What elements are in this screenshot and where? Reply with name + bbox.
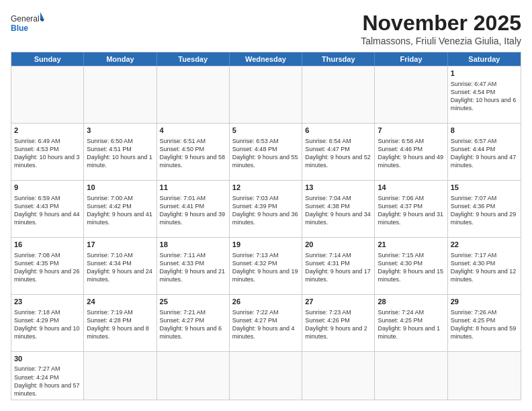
day-number: 26 (232, 297, 299, 307)
day-info: Sunrise: 6:53 AM Sunset: 4:48 PM Dayligh… (232, 138, 298, 169)
day-cell-4: 4Sunrise: 6:51 AM Sunset: 4:50 PM Daylig… (157, 124, 230, 180)
day-cell-11: 11Sunrise: 7:01 AM Sunset: 4:41 PM Dayli… (157, 181, 230, 237)
day-cell-9: 9Sunrise: 6:59 AM Sunset: 4:43 PM Daylig… (11, 181, 84, 237)
day-number: 14 (378, 183, 444, 193)
day-info: Sunrise: 7:06 AM Sunset: 4:37 PM Dayligh… (378, 195, 443, 226)
header-day-monday: Monday (84, 52, 157, 66)
day-cell-empty-5-1 (84, 352, 157, 400)
day-cell-19: 19Sunrise: 7:13 AM Sunset: 4:32 PM Dayli… (230, 238, 302, 294)
day-info: Sunrise: 7:00 AM Sunset: 4:42 PM Dayligh… (87, 195, 152, 226)
day-number: 3 (87, 126, 153, 136)
day-info: Sunrise: 6:51 AM Sunset: 4:50 PM Dayligh… (160, 138, 226, 169)
day-cell-empty-5-3 (230, 352, 302, 400)
title-block: November 2025 Talmassons, Friuli Venezia… (361, 11, 521, 46)
day-cell-26: 26Sunrise: 7:22 AM Sunset: 4:27 PM Dayli… (230, 295, 302, 351)
day-info: Sunrise: 7:01 AM Sunset: 4:41 PM Dayligh… (160, 195, 226, 226)
day-info: Sunrise: 7:22 AM Sunset: 4:27 PM Dayligh… (232, 309, 295, 340)
header-day-saturday: Saturday (448, 52, 521, 66)
day-cell-empty-5-4 (302, 352, 375, 400)
day-cell-27: 27Sunrise: 7:23 AM Sunset: 4:26 PM Dayli… (302, 295, 375, 351)
day-number: 4 (160, 126, 226, 136)
location: Talmassons, Friuli Venezia Giulia, Italy (361, 36, 521, 46)
day-number: 23 (14, 297, 81, 307)
day-cell-empty-0-1 (84, 66, 157, 123)
day-number: 24 (87, 297, 153, 307)
day-cell-empty-5-5 (375, 352, 447, 400)
day-info: Sunrise: 7:23 AM Sunset: 4:26 PM Dayligh… (305, 309, 367, 340)
day-cell-empty-0-2 (157, 66, 230, 123)
day-cell-24: 24Sunrise: 7:19 AM Sunset: 4:28 PM Dayli… (84, 295, 157, 351)
day-info: Sunrise: 7:10 AM Sunset: 4:34 PM Dayligh… (87, 252, 152, 283)
day-cell-22: 22Sunrise: 7:17 AM Sunset: 4:30 PM Dayli… (448, 238, 521, 294)
day-info: Sunrise: 7:19 AM Sunset: 4:28 PM Dayligh… (87, 309, 149, 340)
day-cell-empty-5-2 (157, 352, 230, 400)
svg-text:Blue: Blue (11, 24, 28, 33)
day-number: 7 (378, 126, 444, 136)
day-cell-10: 10Sunrise: 7:00 AM Sunset: 4:42 PM Dayli… (84, 181, 157, 237)
day-cell-7: 7Sunrise: 6:56 AM Sunset: 4:46 PM Daylig… (375, 124, 447, 180)
logo-svg: General Blue (11, 11, 44, 40)
day-cell-empty-0-4 (302, 66, 375, 123)
day-number: 19 (232, 240, 299, 250)
day-cell-18: 18Sunrise: 7:11 AM Sunset: 4:33 PM Dayli… (157, 238, 230, 294)
day-info: Sunrise: 6:47 AM Sunset: 4:54 PM Dayligh… (451, 81, 517, 111)
day-number: 10 (87, 183, 153, 193)
month-title: November 2025 (361, 11, 521, 36)
day-number: 16 (14, 240, 81, 250)
header-day-sunday: Sunday (11, 52, 84, 66)
day-number: 18 (160, 240, 226, 250)
header-day-thursday: Thursday (302, 52, 375, 66)
day-cell-empty-0-5 (375, 66, 447, 123)
day-number: 17 (87, 240, 153, 250)
calendar-body: 1Sunrise: 6:47 AM Sunset: 4:54 PM Daylig… (11, 66, 521, 400)
day-cell-25: 25Sunrise: 7:21 AM Sunset: 4:27 PM Dayli… (157, 295, 230, 351)
day-number: 15 (451, 183, 518, 193)
day-info: Sunrise: 7:15 AM Sunset: 4:30 PM Dayligh… (378, 252, 443, 283)
day-cell-29: 29Sunrise: 7:26 AM Sunset: 4:25 PM Dayli… (448, 295, 521, 351)
day-info: Sunrise: 7:26 AM Sunset: 4:25 PM Dayligh… (451, 309, 517, 340)
day-number: 2 (14, 126, 81, 136)
day-cell-3: 3Sunrise: 6:50 AM Sunset: 4:51 PM Daylig… (84, 124, 157, 180)
svg-text:General: General (11, 14, 40, 24)
day-number: 13 (305, 183, 371, 193)
day-cell-empty-5-6 (448, 352, 521, 400)
calendar-week-4: 23Sunrise: 7:18 AM Sunset: 4:29 PM Dayli… (11, 294, 521, 351)
day-cell-15: 15Sunrise: 7:07 AM Sunset: 4:36 PM Dayli… (448, 181, 521, 237)
day-cell-14: 14Sunrise: 7:06 AM Sunset: 4:37 PM Dayli… (375, 181, 447, 237)
day-info: Sunrise: 7:24 AM Sunset: 4:25 PM Dayligh… (378, 309, 440, 340)
day-cell-8: 8Sunrise: 6:57 AM Sunset: 4:44 PM Daylig… (448, 124, 521, 180)
header-day-tuesday: Tuesday (157, 52, 230, 66)
day-number: 5 (232, 126, 299, 136)
day-info: Sunrise: 7:08 AM Sunset: 4:35 PM Dayligh… (14, 252, 80, 283)
calendar-week-2: 9Sunrise: 6:59 AM Sunset: 4:43 PM Daylig… (11, 180, 521, 237)
day-cell-17: 17Sunrise: 7:10 AM Sunset: 4:34 PM Dayli… (84, 238, 157, 294)
calendar-week-3: 16Sunrise: 7:08 AM Sunset: 4:35 PM Dayli… (11, 237, 521, 294)
day-info: Sunrise: 7:13 AM Sunset: 4:32 PM Dayligh… (232, 252, 298, 283)
day-number: 21 (378, 240, 444, 250)
day-info: Sunrise: 7:27 AM Sunset: 4:24 PM Dayligh… (14, 365, 80, 396)
calendar-week-5: 30Sunrise: 7:27 AM Sunset: 4:24 PM Dayli… (11, 351, 521, 400)
day-number: 12 (232, 183, 299, 193)
day-info: Sunrise: 6:49 AM Sunset: 4:53 PM Dayligh… (14, 138, 80, 169)
calendar-header: SundayMondayTuesdayWednesdayThursdayFrid… (11, 52, 521, 66)
day-cell-23: 23Sunrise: 7:18 AM Sunset: 4:29 PM Dayli… (11, 295, 84, 351)
day-number: 28 (378, 297, 444, 307)
day-info: Sunrise: 7:17 AM Sunset: 4:30 PM Dayligh… (451, 252, 517, 283)
day-number: 6 (305, 126, 371, 136)
day-cell-2: 2Sunrise: 6:49 AM Sunset: 4:53 PM Daylig… (11, 124, 84, 180)
day-info: Sunrise: 7:21 AM Sunset: 4:27 PM Dayligh… (160, 309, 222, 340)
day-cell-12: 12Sunrise: 7:03 AM Sunset: 4:39 PM Dayli… (230, 181, 302, 237)
day-number: 22 (451, 240, 518, 250)
day-number: 1 (451, 68, 518, 79)
day-info: Sunrise: 7:03 AM Sunset: 4:39 PM Dayligh… (232, 195, 298, 226)
calendar: SundayMondayTuesdayWednesdayThursdayFrid… (11, 52, 521, 400)
day-cell-20: 20Sunrise: 7:14 AM Sunset: 4:31 PM Dayli… (302, 238, 375, 294)
header: General Blue November 2025 Talmassons, F… (11, 11, 521, 46)
header-day-friday: Friday (375, 52, 447, 66)
day-number: 20 (305, 240, 371, 250)
day-number: 29 (451, 297, 518, 307)
day-info: Sunrise: 7:07 AM Sunset: 4:36 PM Dayligh… (451, 195, 517, 226)
day-info: Sunrise: 6:56 AM Sunset: 4:46 PM Dayligh… (378, 138, 443, 169)
day-info: Sunrise: 6:57 AM Sunset: 4:44 PM Dayligh… (451, 138, 517, 169)
day-info: Sunrise: 6:54 AM Sunset: 4:47 PM Dayligh… (305, 138, 371, 169)
